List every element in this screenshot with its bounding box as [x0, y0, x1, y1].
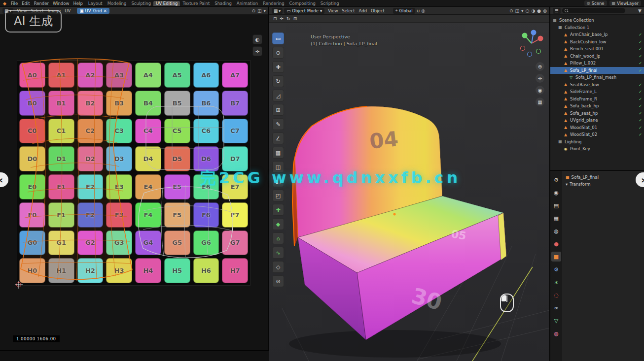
- menu-file[interactable]: File: [9, 1, 20, 6]
- viewport-menu-object[interactable]: Object: [369, 8, 387, 13]
- navigation-gizmo[interactable]: [521, 30, 543, 57]
- viewport-menu-view[interactable]: View: [326, 8, 340, 13]
- workspace-tab[interactable]: UV Editing: [153, 1, 180, 6]
- shading-icon[interactable]: ◑: [531, 8, 535, 13]
- menu-window[interactable]: Window: [51, 1, 72, 6]
- shading-icon[interactable]: ◫: [515, 8, 520, 13]
- shading-icon[interactable]: ○: [526, 8, 530, 13]
- outliner-row[interactable]: ▦Collection 1: [550, 24, 644, 32]
- properties-tab-modifiers[interactable]: ⚙: [551, 264, 561, 274]
- outliner-row[interactable]: ▦Scene Collection: [550, 17, 644, 24]
- check-icon[interactable]: ✓: [639, 132, 642, 137]
- outliner-row[interactable]: ▲UVgrid_plane✓: [550, 117, 644, 124]
- viewport-nav-icon[interactable]: ⊕: [536, 62, 544, 71]
- check-icon[interactable]: ✓: [639, 61, 642, 66]
- workspace-tab[interactable]: Sculpting: [129, 1, 153, 6]
- properties-tab-render[interactable]: ◉: [551, 188, 561, 197]
- viewport-tool-button[interactable]: ⊞: [272, 104, 284, 116]
- tool-settings-icon[interactable]: ⊡: [273, 16, 277, 21]
- outliner-row[interactable]: ▲Pillow_L.002✓: [550, 60, 644, 67]
- outliner-row[interactable]: ▲ArmChair_base_lp✓: [550, 31, 644, 38]
- check-icon[interactable]: ✓: [639, 97, 642, 101]
- check-icon[interactable]: ✓: [639, 103, 642, 108]
- outliner-row[interactable]: ▲Sofa_back_hp✓: [550, 102, 644, 110]
- properties-tab-output[interactable]: ▤: [551, 200, 561, 210]
- viewport-tool-button[interactable]: ◰: [272, 190, 284, 201]
- tool-settings-icon[interactable]: ⊞: [293, 16, 297, 21]
- menu-edit[interactable]: Edit: [20, 1, 32, 6]
- workspace-tab[interactable]: Rendering: [260, 1, 286, 6]
- shading-icon[interactable]: ▾: [521, 8, 524, 13]
- check-icon[interactable]: ✓: [639, 111, 642, 116]
- properties-tab-constraints[interactable]: ∞: [551, 303, 561, 313]
- shading-icon[interactable]: ●: [537, 8, 541, 13]
- viewport-tool-button[interactable]: ◧: [272, 175, 284, 187]
- shading-icon[interactable]: ⊙: [509, 8, 513, 13]
- editor-type-dropdown[interactable]: ▦ ▾: [272, 8, 283, 14]
- workspace-tab[interactable]: Modeling: [105, 1, 129, 6]
- viewport-tool-button[interactable]: ◫: [272, 161, 284, 173]
- properties-tab-data[interactable]: ▽: [551, 316, 561, 326]
- transform-section-header[interactable]: ▾ Transform: [566, 181, 641, 188]
- check-icon[interactable]: ✓: [639, 82, 642, 87]
- viewport-tool-button[interactable]: ▭: [272, 33, 284, 44]
- viewport-tool-button[interactable]: ◆: [272, 218, 284, 230]
- viewport-tool-button[interactable]: ✚: [272, 204, 284, 216]
- check-icon[interactable]: ✓: [639, 54, 642, 59]
- viewport-tool-button[interactable]: ↻: [272, 75, 284, 87]
- viewport-tool-button[interactable]: ✚: [272, 61, 284, 73]
- gizmo-y-axis[interactable]: [522, 33, 528, 38]
- check-icon[interactable]: ✓: [639, 89, 642, 94]
- app-logo-icon[interactable]: ◆: [3, 1, 6, 6]
- menu-help[interactable]: Help: [71, 1, 84, 6]
- mode-dropdown[interactable]: ▭ Object Mode ▾: [284, 8, 324, 14]
- sofa-model[interactable]: 04 05 30: [292, 106, 506, 340]
- outliner-row[interactable]: ▲Bench_seat.001✓: [550, 45, 644, 53]
- outliner-row[interactable]: ▲SeatBase_low✓: [550, 81, 644, 89]
- check-icon[interactable]: ✓: [639, 46, 642, 51]
- outliner-row[interactable]: ▲WoodSlat_01✓: [550, 124, 644, 131]
- check-icon[interactable]: ✓: [639, 125, 642, 130]
- outliner-row[interactable]: ▲SideFrame_L✓: [550, 88, 644, 96]
- outliner-search-input[interactable]: [562, 8, 625, 13]
- outliner-row[interactable]: ▲BackCushion_low✓: [550, 38, 644, 46]
- check-icon[interactable]: ✓: [639, 32, 642, 37]
- uv-tool-sphere-icon[interactable]: ◐: [252, 34, 262, 44]
- scene-selector[interactable]: ◍ Scene: [584, 0, 607, 6]
- properties-tab-physics[interactable]: ◌: [551, 290, 561, 300]
- image-datablock-chip[interactable]: ▣ UV_Grid ✕: [77, 8, 109, 14]
- editor-type-dropdown[interactable]: ☰: [553, 8, 561, 14]
- properties-tab-material[interactable]: ◍: [551, 328, 561, 338]
- properties-tab-tool[interactable]: ⚙: [551, 175, 561, 185]
- shading-icon[interactable]: ◍: [543, 8, 547, 13]
- properties-tab-viewlayer[interactable]: ▦: [551, 213, 561, 223]
- workspace-tab[interactable]: Animation: [234, 1, 260, 6]
- outliner-row[interactable]: ▲WoodSlat_02✓: [550, 131, 644, 138]
- check-icon[interactable]: ✓: [639, 68, 642, 73]
- check-icon[interactable]: ✓: [639, 118, 642, 123]
- viewport-tool-button[interactable]: ✎: [272, 118, 284, 130]
- menu-render[interactable]: Render: [32, 1, 51, 6]
- uv-editor-canvas[interactable]: A0A1A2A3A4A5A6A7B0B1B2B3B4B5B6B7C0C1C2C3…: [0, 15, 268, 350]
- workspace-tab[interactable]: Shading: [212, 1, 234, 6]
- check-icon[interactable]: ✓: [639, 39, 642, 44]
- view-layer-selector[interactable]: ▦ ViewLayer: [609, 0, 641, 6]
- outliner-row[interactable]: ▲Chair_wood_lp✓: [550, 53, 644, 60]
- workspace-tab[interactable]: Layout: [86, 1, 105, 6]
- viewport-menu-select[interactable]: Select: [340, 8, 357, 13]
- workspace-tab[interactable]: Scripting: [318, 1, 342, 6]
- viewport-menu-add[interactable]: Add: [357, 8, 369, 13]
- properties-tab-particles[interactable]: ∗: [551, 277, 561, 287]
- viewport-tool-button[interactable]: ∿: [272, 247, 284, 259]
- viewport-tool-button[interactable]: ◇: [272, 261, 284, 273]
- gizmo-x-axis[interactable]: [538, 36, 543, 41]
- outliner-row[interactable]: ▲Sofa_LP_final✓: [550, 67, 644, 74]
- pin-icon[interactable]: ⊙: [251, 8, 255, 13]
- viewport-tool-button[interactable]: ⌂: [272, 232, 284, 244]
- proportional-edit-icon[interactable]: ◎: [421, 8, 425, 13]
- uv-menu-uv[interactable]: UV: [63, 8, 72, 13]
- snap-magnet-icon[interactable]: ∪: [417, 8, 420, 13]
- unlink-image-icon[interactable]: ✕: [104, 8, 107, 13]
- chevron-down-icon[interactable]: ▾: [263, 8, 266, 13]
- workspace-tab[interactable]: Texture Paint: [180, 1, 212, 6]
